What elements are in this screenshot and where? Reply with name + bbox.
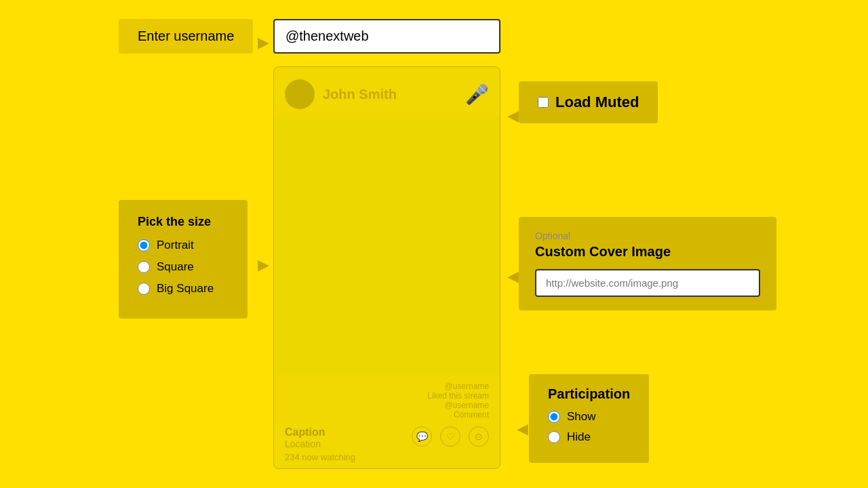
size-square-radio[interactable] <box>138 261 150 273</box>
livestream-icon: 🎤 <box>465 83 489 106</box>
avatar <box>285 79 315 109</box>
size-option-portrait: Portrait <box>138 239 229 252</box>
load-muted-label: Load Muted <box>555 94 639 111</box>
size-option-bigsquare: Big Square <box>138 282 229 296</box>
card-location: Location <box>285 439 326 449</box>
cover-image-title: Custom Cover Image <box>535 244 760 260</box>
participation-option-hide: Hide <box>548 430 630 444</box>
size-picker-box: Pick the size Portrait Square Big Square <box>119 200 248 319</box>
card-caption: Caption <box>285 426 326 439</box>
arrow-cover-image: ◀ <box>507 268 519 285</box>
optional-label: Optional <box>535 230 760 241</box>
size-portrait-label: Portrait <box>157 239 194 252</box>
main-container: Enter username ▶ John Smith 🎤 @username … <box>0 0 868 488</box>
size-bigsquare-radio[interactable] <box>138 283 150 295</box>
size-portrait-radio[interactable] <box>138 239 150 251</box>
card-activity: @username Liked this stream @username Co… <box>285 382 489 420</box>
enter-username-box: Enter username <box>119 19 253 54</box>
card-username: John Smith <box>323 87 397 102</box>
comment-icon[interactable]: 💬 <box>412 426 432 447</box>
participation-box: Participation Show Hide <box>529 374 649 463</box>
arrow-load-muted: ◀ <box>507 107 519 125</box>
like-icon[interactable]: ♡ <box>440 426 460 447</box>
arrow-username: ▶ <box>258 34 269 52</box>
participation-hide-label: Hide <box>567 430 591 444</box>
enter-username-label: Enter username <box>138 28 234 43</box>
card-body <box>274 117 500 375</box>
share-icon[interactable]: ⊙ <box>469 426 489 447</box>
size-bigsquare-label: Big Square <box>157 282 214 296</box>
cover-image-input[interactable] <box>535 269 760 297</box>
size-picker-title: Pick the size <box>138 215 229 229</box>
load-muted-box: Load Muted <box>519 81 658 123</box>
card-actions: 💬 ♡ ⊙ <box>412 422 489 449</box>
participation-title: Participation <box>548 386 630 402</box>
participation-show-radio[interactable] <box>548 411 560 423</box>
load-muted-checkbox[interactable] <box>538 97 549 108</box>
participation-option-show: Show <box>548 410 630 424</box>
preview-card: John Smith 🎤 @username Liked this stream… <box>273 66 500 469</box>
participation-hide-radio[interactable] <box>548 431 560 443</box>
arrow-size: ▶ <box>258 256 269 274</box>
arrow-participation: ◀ <box>517 420 528 438</box>
card-header: John Smith 🎤 <box>274 67 500 117</box>
size-square-label: Square <box>157 260 194 274</box>
watching-count: 234 now watching <box>285 452 489 462</box>
participation-show-label: Show <box>567 410 596 424</box>
card-footer: @username Liked this stream @username Co… <box>274 375 500 468</box>
username-input[interactable] <box>273 19 500 54</box>
username-input-wrap <box>273 19 500 54</box>
size-option-square: Square <box>138 260 229 274</box>
cover-image-box: Optional Custom Cover Image <box>519 217 776 310</box>
